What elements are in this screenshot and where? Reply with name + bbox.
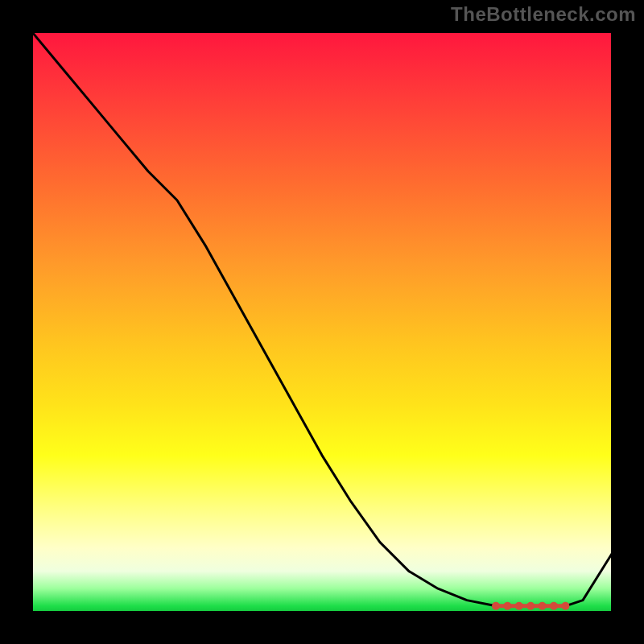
watermark-text: TheBottleneck.com [451,3,636,26]
curve-path [32,32,612,606]
chart-frame: TheBottleneck.com [0,0,644,644]
line-chart [32,32,612,612]
marker-dot [526,602,535,610]
marker-group [492,602,569,610]
marker-dot [539,602,547,610]
marker-dot [492,602,500,610]
marker-dot [515,602,523,610]
marker-dot [550,602,558,610]
plot-area [32,32,612,612]
marker-dot [561,602,569,610]
marker-dot [503,602,511,610]
